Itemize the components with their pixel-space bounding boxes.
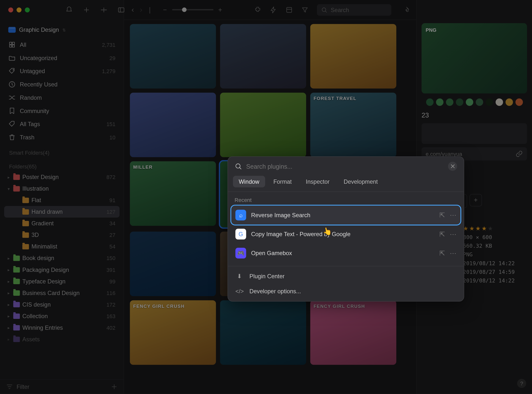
more-icon[interactable]: ⋯ (450, 211, 456, 219)
plugin-name: Reverse Image Search (251, 212, 311, 218)
plugin-item[interactable]: 🎮 Open Gamebox ⇱ ⋯ (231, 244, 461, 263)
close-button[interactable]: ✕ (448, 162, 457, 171)
unpin-icon[interactable]: ⇱ (439, 211, 445, 219)
plugin-app-icon: ⌕ (235, 210, 246, 221)
plugin-app-icon: 🎮 (235, 248, 246, 259)
plugin-popup: ✕ WindowFormatInspectorDevelopment Recen… (228, 156, 464, 302)
popup-tab-development[interactable]: Development (338, 176, 384, 187)
plugin-item[interactable]: G Copy Image Text - Powered by Google ⇱ … (231, 225, 461, 244)
code-icon: </> (235, 288, 244, 295)
popup-tabs: WindowFormatInspectorDevelopment (228, 176, 464, 192)
plugin-center-button[interactable]: ⬇ Plugin Center (231, 269, 461, 284)
section-recent: Recent (228, 192, 464, 205)
search-icon (234, 163, 242, 170)
more-icon[interactable]: ⋯ (450, 230, 456, 238)
popup-tab-window[interactable]: Window (233, 176, 265, 187)
plugin-item[interactable]: ⌕ Reverse Image Search ⇱ ⋯ (231, 206, 461, 225)
unpin-icon[interactable]: ⇱ (439, 230, 445, 238)
plugin-list: ⌕ Reverse Image Search ⇱ ⋯ G Copy Image … (228, 206, 464, 266)
unpin-icon[interactable]: ⇱ (439, 249, 445, 257)
plugin-name: Open Gamebox (251, 250, 292, 256)
plugin-search-input[interactable] (246, 163, 444, 170)
more-icon[interactable]: ⋯ (450, 249, 456, 257)
plugin-app-icon: G (235, 229, 246, 240)
download-icon: ⬇ (235, 273, 244, 280)
plugin-name: Copy Image Text - Powered by Google (251, 231, 350, 237)
popup-tab-format[interactable]: Format (267, 176, 298, 187)
cursor-icon: 👆 (322, 226, 332, 237)
developer-options-button[interactable]: </> Developer options... (231, 284, 461, 298)
popup-tab-inspector[interactable]: Inspector (300, 176, 335, 187)
